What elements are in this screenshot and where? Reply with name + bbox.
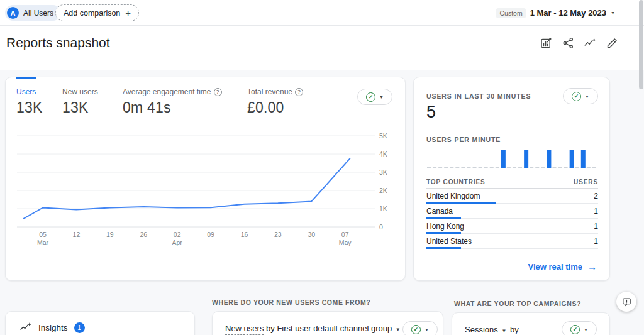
new-users-channel-card: New users by First user default channel … xyxy=(212,311,443,335)
caret-down-icon: ▼ xyxy=(501,328,506,334)
insights-label: Insights xyxy=(38,323,68,332)
check-circle-icon: ✓ xyxy=(366,92,375,102)
svg-text:09: 09 xyxy=(207,231,214,238)
campaigns-section-header: WHAT ARE YOUR TOP CAMPAIGNS? xyxy=(454,300,581,307)
svg-text:May: May xyxy=(339,239,352,246)
help-icon[interactable]: ? xyxy=(295,88,303,96)
report-toolbar xyxy=(537,34,621,52)
metric-label: Users xyxy=(16,87,36,96)
caret-down-icon: ▼ xyxy=(396,327,401,332)
table-row: United States 1 xyxy=(426,234,598,249)
date-range-label: 1 Mar - 12 May 2023 xyxy=(530,8,606,18)
metric-tab-avg-engagement-time[interactable]: Average engagement time ? 0m 41s xyxy=(123,87,222,116)
table-row: Canada 1 xyxy=(426,204,598,219)
help-icon[interactable]: ? xyxy=(214,88,222,96)
metric-label: Average engagement time xyxy=(123,87,211,96)
page-title: Reports snapshot xyxy=(6,35,110,50)
view-real-time-link[interactable]: View real time → xyxy=(528,261,597,272)
campaigns-card-title[interactable]: Sessions ▼ by xyxy=(465,325,519,334)
svg-text:2K: 2K xyxy=(379,187,387,194)
metric-value: 13K xyxy=(62,99,98,116)
countries-column-header: TOP COUNTRIES xyxy=(426,178,486,185)
svg-text:Apr: Apr xyxy=(172,239,182,246)
users-per-minute-label: USERS PER MINUTE xyxy=(426,136,501,143)
insights-count-badge: 1 xyxy=(74,322,85,333)
data-quality-button[interactable]: ✓ ▼ xyxy=(357,89,392,105)
insights-sparkline-icon xyxy=(584,36,597,50)
insights-header[interactable]: Insights 1 xyxy=(19,321,85,334)
svg-text:07: 07 xyxy=(341,231,349,238)
svg-text:1K: 1K xyxy=(379,205,387,212)
metric-selector[interactable]: New users xyxy=(225,324,264,335)
realtime-card: USERS IN LAST 30 MINUTES ✓ ▼ 5 USERS PER… xyxy=(413,77,610,281)
caret-down-icon: ▼ xyxy=(379,95,384,99)
data-quality-button[interactable]: ✓ ▼ xyxy=(563,88,598,104)
users-over-time-chart[interactable]: 01K2K3K4K5K05Mar12192602Apr0916233007May xyxy=(13,131,398,255)
add-comparison-label: Add comparison xyxy=(64,9,120,18)
date-range-selector[interactable]: Custom 1 Mar - 12 May 2023 ▼ xyxy=(496,0,615,26)
country-users-value: 1 xyxy=(594,237,598,246)
country-name: United States xyxy=(426,237,472,246)
metric-label: New users xyxy=(62,87,98,96)
check-circle-icon: ✓ xyxy=(572,92,581,101)
svg-text:4K: 4K xyxy=(379,150,387,158)
users-per-minute-chart[interactable] xyxy=(426,144,597,172)
country-name: United Kingdom xyxy=(426,192,480,200)
custom-range-badge: Custom xyxy=(496,8,525,18)
audience-avatar: A xyxy=(7,7,19,19)
analytics-reports-snapshot-page: A All Users Add comparison + Custom 1 Ma… xyxy=(0,0,644,335)
data-quality-button[interactable]: ✓ ▼ xyxy=(562,321,597,335)
caret-down-icon: ▼ xyxy=(611,11,615,15)
svg-text:26: 26 xyxy=(140,231,147,238)
svg-text:12: 12 xyxy=(73,231,80,238)
pencil-icon xyxy=(606,36,619,50)
all-users-audience-chip[interactable]: A All Users xyxy=(5,5,61,21)
table-row: Hong Kong 1 xyxy=(426,219,598,234)
insights-card: Insights 1 xyxy=(5,311,195,335)
metric-value: £0.00 xyxy=(247,99,303,116)
customize-report-icon xyxy=(540,36,553,50)
campaigns-card: Sessions ▼ by ✓ ▼ xyxy=(452,312,610,335)
caret-down-icon: ▼ xyxy=(425,327,429,332)
metric-tab-new-users[interactable]: New users 13K xyxy=(62,87,98,116)
share-icon xyxy=(562,36,575,50)
svg-text:0: 0 xyxy=(379,223,383,231)
svg-text:5K: 5K xyxy=(379,132,387,140)
svg-text:23: 23 xyxy=(274,231,282,238)
svg-text:3K: 3K xyxy=(379,168,387,176)
insights-sparkline-icon xyxy=(19,321,32,334)
share-report-button[interactable] xyxy=(559,34,577,52)
vertical-scrollbar-thumb[interactable] xyxy=(639,0,643,89)
caret-down-icon: ▼ xyxy=(585,94,589,99)
feedback-button[interactable] xyxy=(616,292,636,312)
check-circle-icon: ✓ xyxy=(570,325,580,334)
users-last-30min-value: 5 xyxy=(426,102,436,122)
data-quality-button[interactable]: ✓ ▼ xyxy=(402,321,438,335)
svg-text:05: 05 xyxy=(39,231,47,238)
users-column-header: USERS xyxy=(574,178,598,185)
add-comparison-button[interactable]: Add comparison + xyxy=(55,4,139,21)
snapshot-overview-card: Users 13K New users 13K Average engageme… xyxy=(5,77,406,281)
insights-button[interactable] xyxy=(581,34,599,52)
country-name: Hong Kong xyxy=(426,222,464,231)
customize-report-button[interactable] xyxy=(537,34,555,52)
metric-selector[interactable]: Sessions xyxy=(465,325,498,335)
new-users-card-title[interactable]: New users by First user default channel … xyxy=(225,324,402,333)
plus-icon: + xyxy=(125,8,131,18)
edit-report-button[interactable] xyxy=(603,34,621,52)
country-name: Canada xyxy=(426,207,453,216)
metric-tab-users[interactable]: Users 13K xyxy=(16,87,43,116)
active-metric-tab-indicator xyxy=(16,77,36,79)
metric-tab-total-revenue[interactable]: Total revenue ? £0.00 xyxy=(247,87,303,116)
svg-text:Mar: Mar xyxy=(37,239,49,246)
caret-down-icon: ▼ xyxy=(584,327,588,332)
svg-text:02: 02 xyxy=(174,231,181,238)
svg-text:19: 19 xyxy=(106,231,114,238)
country-users-value: 1 xyxy=(594,222,598,231)
metric-value: 13K xyxy=(16,99,43,116)
feedback-icon xyxy=(621,297,632,307)
check-circle-icon: ✓ xyxy=(411,325,421,334)
country-bar xyxy=(426,247,461,249)
metric-value: 0m 41s xyxy=(123,99,222,116)
users-last-30min-label: USERS IN LAST 30 MINUTES xyxy=(426,92,531,100)
